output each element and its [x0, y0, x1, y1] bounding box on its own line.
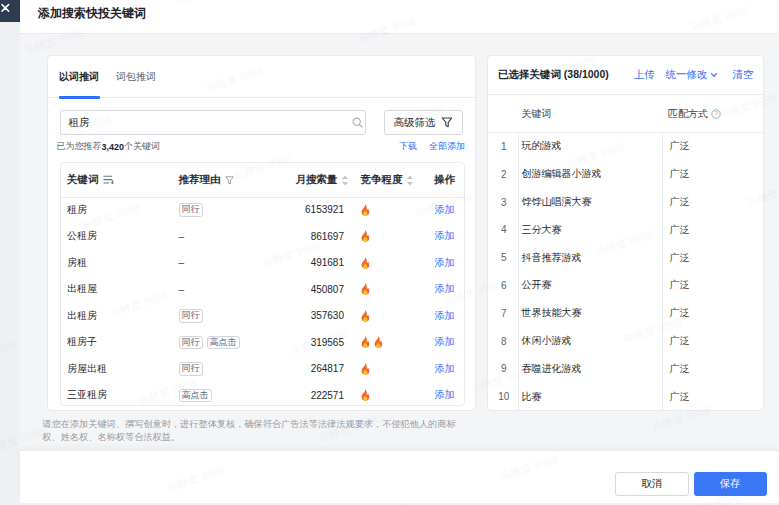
svg-text:?: ?: [714, 111, 718, 118]
